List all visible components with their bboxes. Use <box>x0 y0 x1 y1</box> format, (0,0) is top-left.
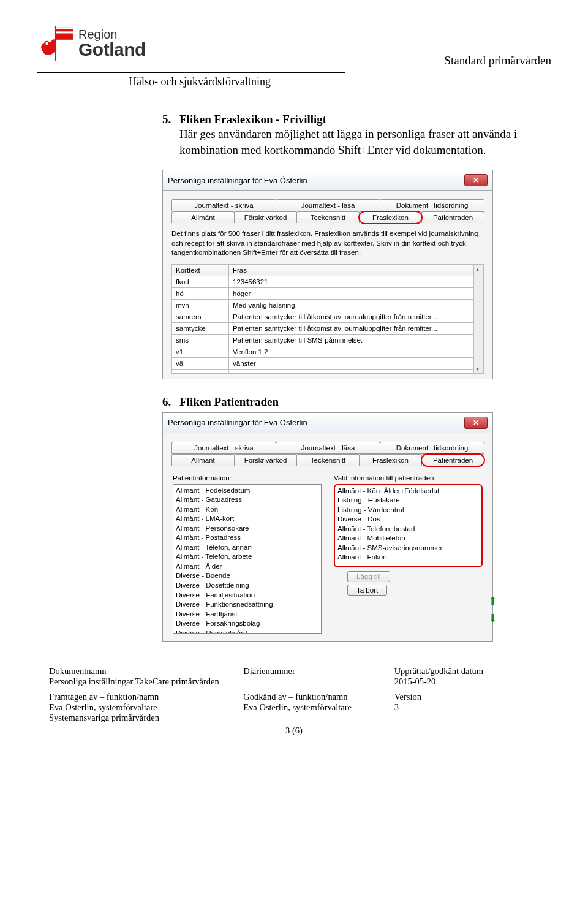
list-item[interactable]: Allmänt - Frikort <box>337 553 479 563</box>
move-down-icon[interactable]: ⬇ <box>488 612 497 625</box>
table-row[interactable]: samremPatienten samtycker till åtkomst a… <box>172 311 474 322</box>
list-item[interactable]: Allmänt - Gatuadress <box>176 495 318 505</box>
tab-fraslexikon[interactable]: Fraslexikon <box>359 454 422 466</box>
list-item[interactable]: Allmänt - Personsökare <box>176 524 318 534</box>
tab-förskrivarkod[interactable]: Förskrivarkod <box>234 211 297 223</box>
table-row[interactable]: höhöger <box>172 287 474 299</box>
list-item[interactable]: Diverse - Familjesituation <box>176 591 318 601</box>
cell-korttext[interactable]: fkod <box>172 276 229 287</box>
section-6-title: Fliken Patientraden <box>179 395 279 408</box>
table-row[interactable]: samtyckePatienten samtycker till åtkomst… <box>172 322 474 334</box>
highlight-oval <box>358 211 423 224</box>
tab-journaltext-läsa[interactable]: Journaltext - läsa <box>276 442 380 453</box>
cell-fras[interactable]: Venflon 1,2 <box>229 346 474 357</box>
available-info-list[interactable]: Allmänt - FödelsedatumAllmänt - Gatuadre… <box>173 484 322 634</box>
col-fras[interactable]: Fras <box>229 264 474 276</box>
cell-korttext[interactable]: sms <box>172 334 229 346</box>
list-item[interactable]: Diverse - Dos <box>337 515 479 525</box>
table-row[interactable]: mvhMed vänlig hälsning <box>172 299 474 311</box>
tab-teckensnitt[interactable]: Teckensnitt <box>296 211 360 223</box>
cell-fras[interactable]: 123456321 <box>229 276 474 287</box>
cell-fras[interactable]: höger <box>229 287 474 299</box>
page-number: 3 (6) <box>37 726 551 736</box>
list-item[interactable]: Allmänt - Telefon, annan <box>176 543 318 553</box>
tab-fraslexikon[interactable]: Fraslexikon <box>359 211 422 223</box>
tab-journaltext-skriva[interactable]: Journaltext - skriva <box>172 199 276 211</box>
list-item[interactable]: Diverse - Dosettdelning <box>176 581 318 591</box>
list-item[interactable]: Diverse - Färdtjänst <box>176 610 318 620</box>
table-row[interactable]: vävänster <box>172 357 474 369</box>
tab-journaltext-skriva[interactable]: Journaltext - skriva <box>172 442 276 453</box>
tab-container: Journaltext - skrivaJournaltext - läsaDo… <box>172 442 484 466</box>
tab-patientraden[interactable]: Patientraden <box>421 454 484 466</box>
highlight-oval <box>421 453 485 467</box>
screenshot-patientraden: Personliga inställningar för Eva Österli… <box>162 412 493 642</box>
tab-allmänt[interactable]: Allmänt <box>172 211 235 223</box>
list-item[interactable]: Allmänt - Mobiltelefon <box>337 534 479 544</box>
selected-info-list[interactable]: Allmänt - Kön+Ålder+FödelsedatListning -… <box>334 484 483 567</box>
tab-dokument-i-tidsordning[interactable]: Dokument i tidsordning <box>380 442 484 453</box>
table-row[interactable] <box>172 369 474 373</box>
list-item[interactable]: Allmänt - Postadress <box>176 533 318 543</box>
list-item[interactable]: Listning - Husläkare <box>337 496 479 506</box>
header-subhead: Hälso- och sjukvårdsförvaltning <box>129 75 551 88</box>
cell-fras[interactable]: Med vänlig hälsning <box>229 299 474 311</box>
cell-korttext[interactable]: v1 <box>172 346 229 357</box>
cell-fras[interactable]: Patienten samtycker till SMS-påminnelse. <box>229 334 474 346</box>
footer-datum-label: Upprättat/godkänt datum <box>394 666 539 677</box>
tab-dokument-i-tidsordning[interactable]: Dokument i tidsordning <box>380 199 484 211</box>
logo: Region Gotland <box>37 25 146 63</box>
cell-korttext[interactable]: mvh <box>172 299 229 311</box>
tab-förskrivarkod[interactable]: Förskrivarkod <box>234 454 297 466</box>
footer-datum: 2015-05-20 <box>394 677 539 687</box>
list-item[interactable]: Allmänt - Telefon, bostad <box>337 525 479 534</box>
tab-allmänt[interactable]: Allmänt <box>172 454 235 466</box>
tab-patientraden[interactable]: Patientraden <box>421 211 484 223</box>
section-6-number: 6. <box>162 395 177 409</box>
add-button[interactable]: Lägg till <box>347 571 390 582</box>
close-icon: ✕ <box>473 419 479 427</box>
cell-korttext[interactable] <box>172 369 229 373</box>
window-title: Personliga inställningar för Eva Österli… <box>168 418 307 427</box>
list-item[interactable]: Allmänt - Kön+Ålder+Födelsedat <box>337 487 479 496</box>
list-item[interactable]: Listning - Vårdcentral <box>337 506 479 515</box>
list-item[interactable]: Diverse - Funktionsnedsättning <box>176 600 318 610</box>
close-button[interactable]: ✕ <box>464 417 488 429</box>
col-korttext[interactable]: Korttext <box>172 264 229 276</box>
list-item[interactable]: Allmänt - Telefon, arbete <box>176 552 318 562</box>
cell-fras[interactable] <box>229 369 474 373</box>
move-up-icon[interactable]: ⬆ <box>488 594 497 608</box>
table-row[interactable]: fkod123456321 <box>172 276 474 287</box>
table-row[interactable]: smsPatienten samtycker till SMS-påminnel… <box>172 334 474 346</box>
svg-rect-2 <box>56 31 74 33</box>
cell-korttext[interactable]: samtycke <box>172 322 229 334</box>
cell-korttext[interactable]: hö <box>172 287 229 299</box>
cell-fras[interactable]: vänster <box>229 357 474 369</box>
tab-teckensnitt[interactable]: Teckensnitt <box>296 454 360 466</box>
cell-fras[interactable]: Patienten samtycker till åtkomst av jour… <box>229 311 474 322</box>
close-button[interactable]: ✕ <box>464 174 488 186</box>
reorder-arrows: ⬆ ⬇ <box>488 594 497 625</box>
table-row[interactable]: v1Venflon 1,2 <box>172 346 474 357</box>
ram-flag-icon <box>37 25 75 63</box>
list-item[interactable]: Allmänt - Kön <box>176 505 318 515</box>
phrase-table: Korttext Fras fkod123456321höhögermvhMed… <box>172 264 474 374</box>
scrollbar[interactable] <box>474 264 484 374</box>
tab-journaltext-läsa[interactable]: Journaltext - läsa <box>276 199 380 211</box>
cell-fras[interactable]: Patienten samtycker till åtkomst av jour… <box>229 322 474 334</box>
list-item[interactable]: Allmänt - Födelsedatum <box>176 486 318 496</box>
list-item[interactable]: Diverse - Hemsjukvård <box>176 629 318 634</box>
list-item[interactable]: Diverse - Försäkringsbolag <box>176 619 318 629</box>
document-footer: Dokumentnamn Diarienummer Upprättat/godk… <box>37 666 551 723</box>
cell-korttext[interactable]: samrem <box>172 311 229 322</box>
list-item[interactable]: Allmänt - LMA-kort <box>176 514 318 524</box>
remove-button[interactable]: Ta bort <box>347 585 387 596</box>
screenshot-fraslexikon: Personliga inställningar för Eva Österli… <box>162 170 493 379</box>
footer-framtagen: Eva Österlin, systemförvaltare <box>49 702 237 713</box>
list-item[interactable]: Allmänt - Ålder <box>176 562 318 572</box>
cell-korttext[interactable]: vä <box>172 357 229 369</box>
list-item[interactable]: Diverse - Boende <box>176 571 318 581</box>
list-item[interactable]: Allmänt - SMS-aviseringsnummer <box>337 544 479 553</box>
svg-rect-0 <box>56 27 74 40</box>
svg-point-4 <box>45 42 49 46</box>
